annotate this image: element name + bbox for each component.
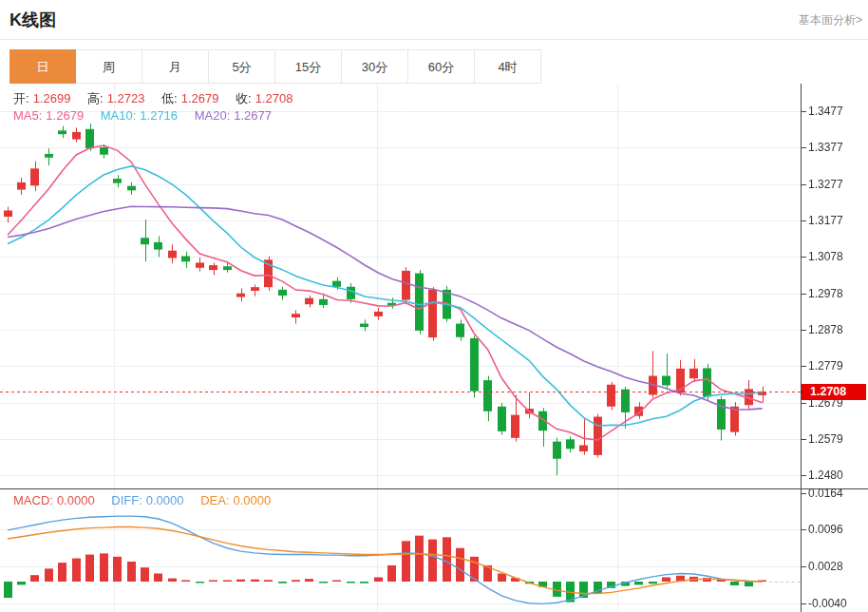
fundamental-analysis-link[interactable]: 基本面分析> bbox=[799, 12, 862, 29]
tab-month[interactable]: 月 bbox=[142, 49, 209, 84]
timeframe-tabs: 日 周 月 5分 15分 30分 60分 4时 bbox=[9, 49, 541, 84]
tab-4hour[interactable]: 4时 bbox=[475, 49, 541, 84]
candlestick-chart-canvas[interactable] bbox=[0, 84, 868, 612]
widget-header: K线图 基本面分析> bbox=[0, 0, 868, 40]
kline-widget: K线图 基本面分析> 日 周 月 5分 15分 30分 60分 4时 开:1.2… bbox=[0, 0, 868, 612]
tab-15min[interactable]: 15分 bbox=[275, 49, 342, 84]
tab-5min[interactable]: 5分 bbox=[209, 49, 275, 84]
tab-30min[interactable]: 30分 bbox=[342, 49, 408, 84]
tab-day[interactable]: 日 bbox=[9, 49, 76, 84]
tab-60min[interactable]: 60分 bbox=[408, 49, 475, 84]
current-price-tag: 1.2708 bbox=[802, 384, 866, 400]
tab-week[interactable]: 周 bbox=[76, 49, 142, 84]
page-title: K线图 bbox=[9, 9, 56, 31]
